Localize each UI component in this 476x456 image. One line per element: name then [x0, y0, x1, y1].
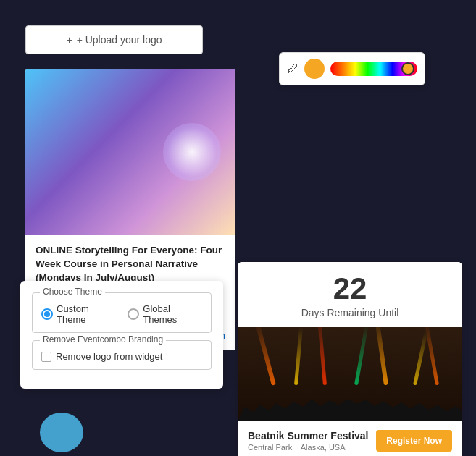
choose-theme-panel: Choose Theme Custom Theme Global Themes …: [20, 281, 223, 389]
event-title: ONLINE Storytelling For Everyone: Four W…: [36, 244, 225, 285]
plus-icon: +: [66, 34, 72, 46]
custom-theme-radio[interactable]: [41, 308, 53, 320]
festival-name: Beatnik Summer Festival: [248, 430, 369, 442]
global-themes-label: Global Themes: [143, 303, 202, 325]
register-button[interactable]: Register Now: [376, 430, 452, 452]
event-banner: [25, 69, 235, 235]
remove-logo-group: Remove logo from widget: [41, 351, 202, 362]
custom-theme-option[interactable]: Custom Theme: [41, 303, 116, 325]
eyedropper-icon[interactable]: 🖊: [287, 62, 298, 75]
festival-state: Alaska, USA: [301, 443, 346, 452]
color-gradient-bar[interactable]: [330, 62, 417, 76]
branding-section-label: Remove Eventcombo Branding: [40, 334, 166, 345]
countdown-number: 22: [252, 274, 448, 304]
color-toolbar: 🖊: [279, 52, 425, 85]
upload-logo-button[interactable]: + + Upload your logo: [25, 25, 203, 54]
global-themes-option[interactable]: Global Themes: [128, 303, 202, 325]
festival-location: Central Park Alaska, USA: [248, 443, 369, 452]
festival-card: 22 Days Remaining Until Beatnik Summer F…: [238, 262, 462, 456]
blue-blob-decoration: [40, 413, 83, 452]
event-banner-glow: [163, 123, 221, 181]
remove-logo-label: Remove logo from widget: [56, 351, 162, 362]
festival-image: [238, 327, 462, 421]
theme-radio-group: Custom Theme Global Themes: [41, 303, 202, 325]
global-themes-radio[interactable]: [128, 308, 139, 320]
upload-logo-label: + Upload your logo: [77, 34, 162, 46]
festival-footer: Beatnik Summer Festival Central Park Ala…: [238, 421, 462, 456]
remove-logo-checkbox[interactable]: [41, 352, 51, 362]
festival-info: Beatnik Summer Festival Central Park Ala…: [248, 430, 369, 452]
festival-park: Central Park: [248, 443, 292, 452]
countdown-section: 22 Days Remaining Until: [238, 262, 462, 327]
theme-section: Choose Theme Custom Theme Global Themes: [32, 292, 212, 333]
countdown-label: Days Remaining Until: [252, 307, 448, 318]
color-circle[interactable]: [304, 59, 325, 79]
branding-section: Remove Eventcombo Branding Remove logo f…: [32, 340, 212, 370]
color-gradient-handle[interactable]: [401, 62, 414, 75]
custom-theme-label: Custom Theme: [57, 303, 116, 325]
theme-section-label: Choose Theme: [40, 287, 105, 297]
